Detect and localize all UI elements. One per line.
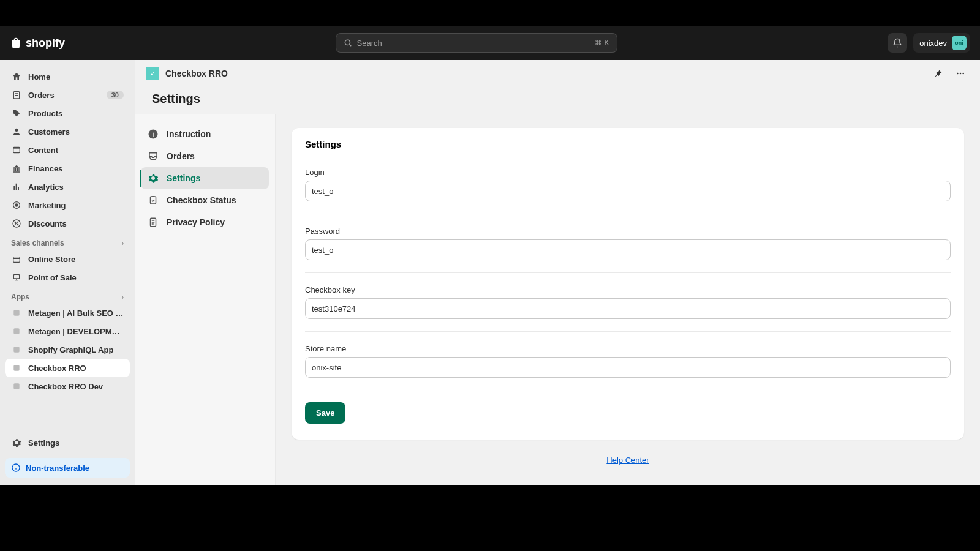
search-icon: [344, 39, 352, 47]
svg-line-1: [349, 45, 351, 47]
svg-point-3: [15, 129, 18, 132]
section-label: Apps: [11, 293, 29, 301]
help-center-link[interactable]: Help Center: [606, 455, 649, 465]
sidebar-item-label: Marketing: [28, 201, 124, 210]
notifications-button[interactable]: [888, 33, 907, 53]
pin-button[interactable]: [930, 65, 947, 82]
brand-logo[interactable]: shopify: [10, 36, 65, 50]
sidebar-item-label: Analytics: [28, 182, 124, 192]
sidebar-item-content[interactable]: Content: [5, 141, 130, 159]
store-name-input[interactable]: [305, 357, 951, 378]
gear-icon: [147, 172, 159, 184]
target-icon: [11, 200, 22, 211]
sidebar-item-label: Settings: [28, 438, 124, 448]
sidebar-item-app-checkbox-rro-dev[interactable]: Checkbox RRO Dev: [5, 377, 130, 395]
app-icon: [11, 362, 22, 373]
svg-rect-15: [13, 365, 19, 370]
svg-point-18: [957, 73, 959, 75]
sales-channels-heading[interactable]: Sales channels ›: [5, 233, 130, 250]
svg-point-9: [17, 224, 18, 225]
sidebar-item-label: Shopify GraphiQL App: [28, 345, 124, 354]
sidebar-item-label: Customers: [28, 127, 124, 137]
tag-icon: [11, 108, 22, 119]
shopify-bag-icon: [10, 36, 22, 50]
home-icon: [11, 71, 22, 82]
sidebar-item-label: Content: [28, 146, 124, 155]
sidebar-item-customers[interactable]: Customers: [5, 122, 130, 141]
svg-rect-4: [13, 147, 20, 152]
checkbox-key-input[interactable]: [305, 298, 951, 319]
sidebar-item-products[interactable]: Products: [5, 104, 130, 122]
sidebar-item-analytics[interactable]: Analytics: [5, 178, 130, 196]
user-name: onixdev: [919, 39, 947, 48]
svg-rect-10: [13, 257, 20, 263]
save-button[interactable]: Save: [305, 402, 345, 424]
password-input[interactable]: [305, 239, 951, 260]
login-group: Login: [305, 156, 951, 214]
sidebar-item-label: Metagen | AI Bulk SEO me...: [28, 309, 124, 318]
settings-nav-label: Privacy Policy: [167, 217, 225, 227]
sidebar-item-app-metagen-seo[interactable]: Metagen | AI Bulk SEO me...: [5, 304, 130, 322]
sidebar-item-app-checkbox-rro[interactable]: Checkbox RRO: [5, 359, 130, 377]
svg-rect-11: [13, 274, 19, 279]
help-center-link-wrap: Help Center: [292, 455, 964, 465]
sidebar-item-online-store[interactable]: Online Store: [5, 250, 130, 268]
svg-text:i: i: [153, 130, 154, 138]
settings-nav-settings[interactable]: Settings: [141, 167, 269, 189]
settings-nav-instruction[interactable]: i Instruction: [141, 123, 269, 145]
info-icon: [11, 463, 21, 473]
search-shortcut: ⌘ K: [595, 39, 609, 47]
settings-nav-checkbox-status[interactable]: Checkbox Status: [141, 189, 269, 211]
non-transferable-label: Non-transferable: [26, 463, 89, 473]
gear-icon: [11, 437, 22, 448]
sidebar-item-label: Point of Sale: [28, 273, 124, 282]
sidebar-item-settings[interactable]: Settings: [5, 433, 130, 452]
sidebar-item-marketing[interactable]: Marketing: [5, 196, 130, 214]
app-icon: [11, 381, 22, 392]
sidebar-item-label: Metagen | DEVELOPMENT...: [28, 327, 124, 336]
info-circle-icon: i: [147, 128, 159, 140]
sidebar-item-label: Checkbox RRO: [28, 364, 124, 373]
more-button[interactable]: [952, 65, 969, 82]
settings-nav-label: Orders: [167, 151, 195, 161]
app-name: Checkbox RRO: [165, 69, 228, 78]
svg-point-6: [15, 204, 18, 206]
svg-rect-23: [151, 197, 156, 204]
svg-rect-13: [13, 328, 19, 334]
search-input[interactable]: Search ⌘ K: [336, 33, 617, 53]
settings-nav: i Instruction Orders Settings Checkbox S…: [135, 114, 276, 485]
sidebar-item-discounts[interactable]: Discounts: [5, 214, 130, 233]
main-panel: Settings Login Password Checkbox key: [276, 114, 980, 485]
settings-nav-label: Settings: [167, 173, 200, 183]
svg-rect-14: [13, 347, 19, 352]
search-placeholder: Search: [357, 39, 382, 48]
sidebar-item-orders[interactable]: Orders 30: [5, 86, 130, 104]
store-name-label: Store name: [305, 344, 951, 353]
inbox-icon: [147, 150, 159, 162]
settings-card: Settings Login Password Checkbox key: [292, 128, 964, 440]
topbar: shopify Search ⌘ K onixdev oni: [0, 26, 980, 60]
sidebar-item-home[interactable]: Home: [5, 67, 130, 86]
non-transferable-banner[interactable]: Non-transferable: [5, 458, 130, 478]
sidebar-item-label: Orders: [28, 91, 100, 100]
avatar: oni: [952, 36, 967, 50]
sidebar-item-point-of-sale[interactable]: Point of Sale: [5, 268, 130, 287]
dots-icon: [956, 69, 965, 78]
sidebar-item-label: Home: [28, 72, 124, 81]
sidebar-item-app-metagen-dev[interactable]: Metagen | DEVELOPMENT...: [5, 322, 130, 340]
checkbox-key-label: Checkbox key: [305, 285, 951, 294]
sidebar-item-label: Products: [28, 109, 124, 118]
sidebar-item-finances[interactable]: Finances: [5, 159, 130, 178]
password-group: Password: [305, 214, 951, 273]
login-input[interactable]: [305, 181, 951, 201]
chart-icon: [11, 181, 22, 192]
app-icon: [11, 344, 22, 355]
user-menu[interactable]: onixdev oni: [913, 33, 970, 53]
sidebar-item-label: Online Store: [28, 255, 124, 264]
card-title: Settings: [305, 139, 951, 149]
store-icon: [11, 253, 22, 264]
sidebar-item-app-graphiql[interactable]: Shopify GraphiQL App: [5, 340, 130, 359]
settings-nav-orders[interactable]: Orders: [141, 145, 269, 167]
apps-heading[interactable]: Apps ›: [5, 287, 130, 304]
settings-nav-privacy-policy[interactable]: Privacy Policy: [141, 211, 269, 233]
